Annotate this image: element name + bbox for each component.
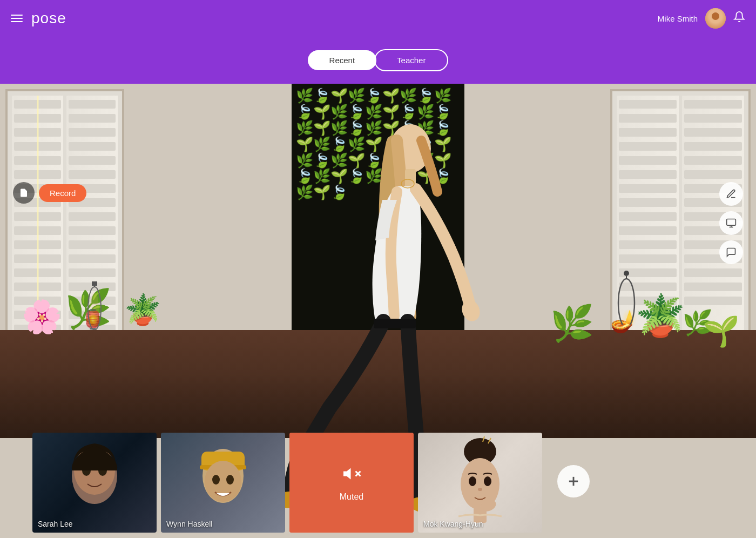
logo: pose xyxy=(31,10,66,27)
tab-recent[interactable]: Recent xyxy=(308,50,377,70)
username-label: Mike Smith xyxy=(658,14,698,23)
record-icon-button[interactable] xyxy=(13,182,35,204)
svg-point-3 xyxy=(90,292,99,325)
svg-point-9 xyxy=(459,298,483,324)
header: pose Mike Smith Recent Teacher xyxy=(0,0,756,84)
muted-icon xyxy=(342,464,361,488)
participant-card-wynn[interactable]: Wynn Haskell xyxy=(161,433,285,533)
avatar[interactable] xyxy=(705,8,726,29)
menu-button[interactable] xyxy=(11,15,23,22)
svg-point-5 xyxy=(618,279,634,325)
screen-tool-button[interactable] xyxy=(719,211,743,235)
muted-overlay: Muted xyxy=(289,433,414,533)
svg-rect-34 xyxy=(469,446,491,457)
participant-name-wynn: Wynn Haskell xyxy=(166,520,212,528)
notification-bell-icon[interactable] xyxy=(733,11,745,26)
main-video-area: 🌿🍃🌱🌿🍃🌱🌿🍃🌿🍃🌱🌿🍃🌿🌱🍃🌿🍃🌿🌱🌿🍃🌿🌱🍃🌿🍃🌱🌿🍃🌿🌱🍃🌿🍃🌱🌿🍃🌿🌱… xyxy=(0,84,756,538)
svg-point-39 xyxy=(484,476,491,486)
svg-marker-30 xyxy=(343,468,351,479)
svg-point-4 xyxy=(624,271,629,276)
svg-point-27 xyxy=(212,475,220,485)
chat-tool-button[interactable] xyxy=(719,240,743,264)
add-participant-button[interactable] xyxy=(557,465,590,497)
participant-card-mok[interactable]: Mok Kwang-Hyun xyxy=(418,433,542,533)
svg-point-40 xyxy=(478,488,482,491)
svg-rect-12 xyxy=(374,319,416,328)
participant-card-muted[interactable]: Muted xyxy=(289,433,414,533)
svg-point-28 xyxy=(226,475,234,485)
participants-bar: Sarah Lee Wynn Haskell xyxy=(0,430,756,538)
pen-tool-button[interactable] xyxy=(719,182,743,206)
svg-rect-0 xyxy=(92,281,97,286)
header-right: Mike Smith xyxy=(658,8,745,29)
svg-point-38 xyxy=(469,476,476,486)
participant-name-sarah: Sarah Lee xyxy=(38,520,73,528)
record-button[interactable]: Record xyxy=(39,184,86,202)
header-top: pose Mike Smith xyxy=(0,0,756,37)
right-toolbar xyxy=(719,182,743,264)
muted-text-label: Muted xyxy=(340,492,363,502)
participant-card-sarah[interactable]: Sarah Lee xyxy=(32,433,157,533)
participant-name-mok: Mok Kwang-Hyun xyxy=(423,520,483,528)
tabs-row: Recent Teacher xyxy=(0,37,756,84)
svg-rect-16 xyxy=(727,219,736,226)
record-button-group: Record xyxy=(13,182,86,204)
tab-teacher[interactable]: Teacher xyxy=(374,49,448,71)
